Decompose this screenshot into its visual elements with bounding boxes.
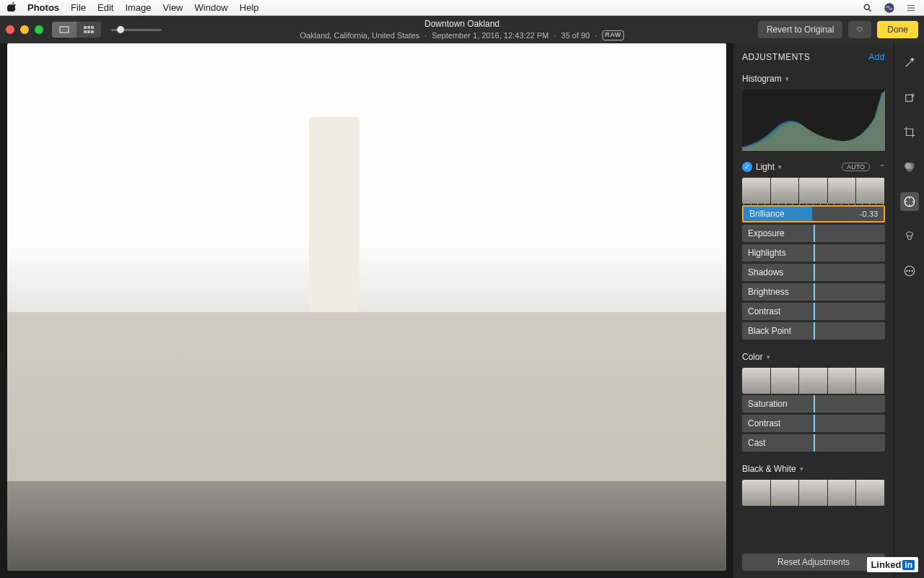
svg-rect-6: [60, 27, 69, 33]
svg-rect-13: [905, 95, 912, 101]
svg-line-1: [868, 9, 871, 11]
photo-date: September 1, 2016, 12:43:22 PM: [432, 30, 549, 40]
menu-image[interactable]: Image: [125, 2, 151, 13]
highlights-label: Highlights: [748, 248, 786, 258]
close-window-icon[interactable]: [6, 25, 14, 34]
bw-label: Black & White: [742, 464, 796, 474]
brightness-label: Brightness: [748, 287, 789, 297]
svg-rect-10: [84, 30, 87, 33]
menu-window[interactable]: Window: [195, 2, 228, 13]
edit-tool-rail: [894, 43, 924, 578]
svg-point-0: [864, 4, 869, 9]
spotlight-icon[interactable]: [862, 2, 873, 14]
color-section-header[interactable]: Color ▾: [733, 348, 894, 365]
brilliance-label: Brilliance: [749, 209, 785, 219]
photo-counter: 35 of 90: [561, 30, 590, 40]
adjustments-sidebar: ADJUSTMENTS Add Histogram ▾ ✓ Light ▾ AU…: [733, 43, 894, 578]
highlights-slider[interactable]: Highlights: [742, 244, 885, 262]
brilliance-slider[interactable]: Brilliance -0.33: [742, 205, 885, 223]
siri-icon[interactable]: [884, 2, 895, 14]
photo-image: [7, 43, 726, 571]
cast-label: Cast: [748, 438, 766, 448]
histogram-header[interactable]: Histogram ▾: [733, 69, 894, 87]
svg-point-16: [906, 165, 912, 172]
more-tool-icon[interactable]: [900, 262, 919, 280]
photo-canvas[interactable]: [0, 43, 733, 578]
reset-adjustments-button[interactable]: Reset Adjustments: [742, 553, 885, 571]
chevron-down-icon: ▾: [767, 353, 770, 361]
menu-file[interactable]: File: [71, 2, 86, 13]
minimize-window-icon[interactable]: [20, 25, 29, 34]
histogram-chart: [742, 90, 885, 152]
menu-edit[interactable]: Edit: [97, 2, 113, 13]
svg-rect-9: [91, 26, 94, 29]
contrast-label: Contrast: [748, 306, 780, 316]
revert-button[interactable]: Revert to Original: [758, 21, 842, 38]
color-contrast-label: Contrast: [748, 418, 780, 428]
svg-rect-11: [87, 30, 90, 33]
zoom-slider[interactable]: [111, 29, 162, 31]
filters-tool-icon[interactable]: [900, 158, 919, 176]
rotate-tool-icon[interactable]: [900, 88, 919, 107]
svg-point-26: [912, 270, 913, 272]
svg-rect-12: [91, 30, 94, 33]
contrast-slider[interactable]: Contrast: [742, 303, 885, 320]
add-adjustment-button[interactable]: Add: [868, 52, 885, 62]
light-auto-button[interactable]: AUTO: [842, 163, 870, 171]
exposure-label: Exposure: [748, 228, 785, 238]
chevron-down-icon: ▾: [785, 75, 789, 82]
fullscreen-window-icon[interactable]: [35, 25, 43, 34]
color-preview-strip[interactable]: [742, 368, 885, 394]
adjust-tool-icon[interactable]: [900, 192, 919, 211]
window-traffic-lights[interactable]: [6, 25, 43, 34]
linkedin-in-box: in: [902, 560, 915, 570]
chevron-down-icon: ▾: [778, 163, 782, 171]
view-mode-segment[interactable]: [52, 22, 101, 38]
linkedin-watermark: Linkedin: [867, 557, 918, 572]
svg-rect-8: [87, 26, 90, 29]
done-button[interactable]: Done: [877, 21, 918, 38]
light-label: Light: [756, 162, 775, 172]
crop-tool-icon[interactable]: [900, 123, 919, 142]
menu-view[interactable]: View: [163, 2, 183, 13]
svg-point-25: [909, 270, 910, 272]
section-enabled-check-icon[interactable]: ✓: [742, 162, 752, 172]
saturation-slider[interactable]: Saturation: [742, 395, 885, 413]
cast-slider[interactable]: Cast: [742, 434, 885, 452]
color-contrast-slider[interactable]: Contrast: [742, 415, 885, 432]
brilliance-value: -0.33: [860, 210, 878, 218]
menu-help[interactable]: Help: [240, 2, 259, 13]
raw-badge: RAW: [602, 30, 624, 40]
linkedin-text: Linked: [871, 559, 901, 570]
chevron-down-icon: ▾: [800, 465, 803, 473]
brightness-slider[interactable]: Brightness: [742, 283, 885, 301]
single-view-icon[interactable]: [52, 22, 77, 38]
photo-title: Downtown Oakland: [300, 19, 624, 30]
grid-view-icon[interactable]: [77, 22, 101, 38]
adjustments-title: ADJUSTMENTS: [742, 52, 810, 62]
svg-rect-7: [84, 26, 87, 29]
app-name[interactable]: Photos: [27, 2, 59, 13]
black-point-label: Black Point: [748, 326, 791, 336]
exposure-slider[interactable]: Exposure: [742, 225, 885, 242]
apple-menu-icon[interactable]: [7, 1, 17, 14]
light-preview-strip[interactable]: [742, 178, 885, 204]
bw-preview-strip[interactable]: [742, 480, 885, 506]
system-menubar: Photos File Edit Image View Window Help: [0, 0, 924, 16]
favorite-button[interactable]: [848, 21, 871, 38]
saturation-label: Saturation: [748, 399, 788, 409]
collapse-icon[interactable]: ⌃: [879, 163, 885, 171]
retouch-tool-icon[interactable]: [900, 227, 919, 246]
photo-title-block: Downtown Oakland Oakland, California, Un…: [300, 19, 624, 40]
magic-wand-tool-icon[interactable]: [900, 53, 919, 72]
svg-point-24: [906, 270, 907, 272]
shadows-label: Shadows: [748, 267, 783, 277]
black-point-slider[interactable]: Black Point: [742, 322, 885, 340]
zoom-knob[interactable]: [117, 26, 124, 33]
light-section-header[interactable]: ✓ Light ▾ AUTO ⌃: [733, 158, 894, 175]
histogram-label: Histogram: [742, 74, 782, 84]
photo-location: Oakland, California, United States: [300, 30, 419, 40]
bw-section-header[interactable]: Black & White ▾: [733, 460, 894, 477]
notification-center-icon[interactable]: [905, 2, 917, 14]
shadows-slider[interactable]: Shadows: [742, 264, 885, 281]
